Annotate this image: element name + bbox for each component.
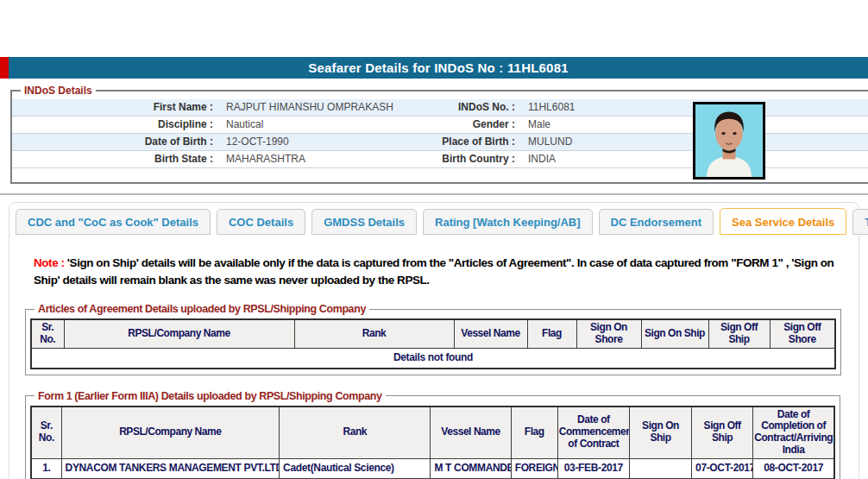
field-label: Birth Country : (392, 151, 521, 167)
articles-of-agreement-table: Sr. No.RPSL/Company NameRankVessel NameF… (30, 318, 836, 369)
table-cell: M T COMMANDER (431, 458, 511, 478)
field-value: MAHARASHTRA (219, 151, 392, 167)
seafarer-photo (693, 102, 765, 180)
tab-rating-watchkeeping[interactable]: Rating [Watch Keeping/AB] (423, 209, 593, 235)
tab-coc[interactable]: COC Details (217, 209, 305, 235)
table-cell: Cadet(Nautical Science) (280, 458, 431, 478)
seafarer-photo-image (695, 104, 763, 177)
field-value: 12-OCT-1990 (219, 134, 392, 150)
column-header: Sign Off Ship (708, 319, 770, 348)
column-header: RPSL/Company Name (61, 407, 280, 459)
header-red-edge-marker (0, 57, 9, 79)
note-body: 'Sign on Ship' details will be available… (34, 256, 833, 287)
column-header: Vessel Name (431, 407, 511, 459)
field-label: INDoS No. : (392, 99, 521, 116)
tab-gmdss[interactable]: GMDSS Details (311, 209, 417, 235)
page-title: Seafarer Details for INDoS No : 11HL6081 (308, 60, 568, 75)
table-cell: 07-OCT-2017 (692, 458, 753, 478)
field-label: Gender : (392, 117, 521, 133)
header-bar: Seafarer Details for INDoS No : 11HL6081 (9, 57, 868, 79)
tab-cdc-coc-cook[interactable]: CDC and "CoC as Cook" Details (16, 209, 211, 235)
table-cell: 03-FEB-2017 (557, 458, 629, 478)
indos-details-fieldset: INDoS Details First Name :RAJPUT HIMANSH… (10, 85, 868, 184)
column-header: Flag (511, 407, 557, 459)
column-header: Sign Off Ship (692, 407, 753, 459)
column-header: Vessel Name (454, 319, 527, 348)
tab-training[interactable]: Training Details (852, 209, 868, 235)
articles-of-agreement-legend: Articles of Agreement Details uploaded b… (35, 303, 369, 315)
note-text: Note : 'Sign on Ship' details will be av… (25, 255, 840, 288)
column-header: Sign On Ship (641, 319, 708, 348)
field-value: RAJPUT HIMANSHU OMPRAKASH (219, 99, 392, 116)
tab-bar: CDC and "CoC as Cook" DetailsCOC Details… (9, 208, 859, 235)
field-label: Place of Birth : (392, 134, 521, 150)
sea-service-tab-content: Note : 'Sign on Ship' details will be av… (9, 235, 859, 479)
column-header: Sign On Ship (629, 407, 691, 459)
column-header: Rank (294, 319, 454, 348)
empty-message: Details not found (31, 348, 835, 368)
field-label: Date of Birth : (12, 134, 219, 150)
browser-blank-area (0, 0, 868, 57)
table-empty-row: Details not found (31, 348, 835, 368)
column-header: Date of Completion of Contract/Arriving … (753, 407, 834, 459)
column-header: RPSL/Company Name (64, 319, 294, 348)
table-cell: 1. (31, 458, 61, 478)
column-header: Flag (527, 319, 576, 348)
field-label: Discipline : (12, 117, 219, 133)
tabs-panel: CDC and "CoC as Cook" DetailsCOC Details… (9, 202, 859, 479)
note-prefix: Note : (34, 256, 65, 269)
column-header: Sr. No. (31, 407, 61, 459)
column-header: Sr. No. (31, 319, 64, 348)
form1-details-table: Sr. No.RPSL/Company NameRankVessel NameF… (30, 406, 835, 479)
articles-of-agreement-fieldset: Articles of Agreement Details uploaded b… (25, 303, 841, 375)
page-header: Seafarer Details for INDoS No : 11HL6081 (0, 57, 868, 79)
table-row: 1.DYNACOM TANKERS MANAGEMENT PVT.LTD.Cad… (31, 458, 834, 478)
column-header: Sign On Shore (576, 319, 641, 348)
table-cell: DYNACOM TANKERS MANAGEMENT PVT.LTD. (61, 458, 280, 478)
form1-details-legend: Form 1 (Earlier Form IIIA) Details uploa… (35, 390, 386, 402)
table-cell: 08-OCT-2017 (753, 458, 834, 478)
tab-dc-endorsement[interactable]: DC Endorsement (599, 209, 714, 235)
field-label: Birth State : (12, 151, 219, 167)
field-value: Nautical (219, 117, 392, 133)
indos-details-legend: INDoS Details (21, 85, 96, 97)
column-header: Rank (280, 407, 431, 459)
column-header: Date of Commencement of Contract (557, 407, 629, 459)
table-cell (629, 458, 691, 478)
column-header: Sign Off Shore (770, 319, 835, 348)
form1-details-fieldset: Form 1 (Earlier Form IIIA) Details uploa… (25, 390, 840, 479)
field-label: First Name : (12, 99, 219, 116)
tab-sea-service[interactable]: Sea Service Details (720, 208, 846, 235)
table-header-row: Sr. No.RPSL/Company NameRankVessel NameF… (31, 407, 834, 459)
horizontal-divider (0, 193, 868, 195)
table-header-row: Sr. No.RPSL/Company NameRankVessel NameF… (31, 319, 835, 348)
table-cell: FOREIGN (511, 458, 557, 478)
